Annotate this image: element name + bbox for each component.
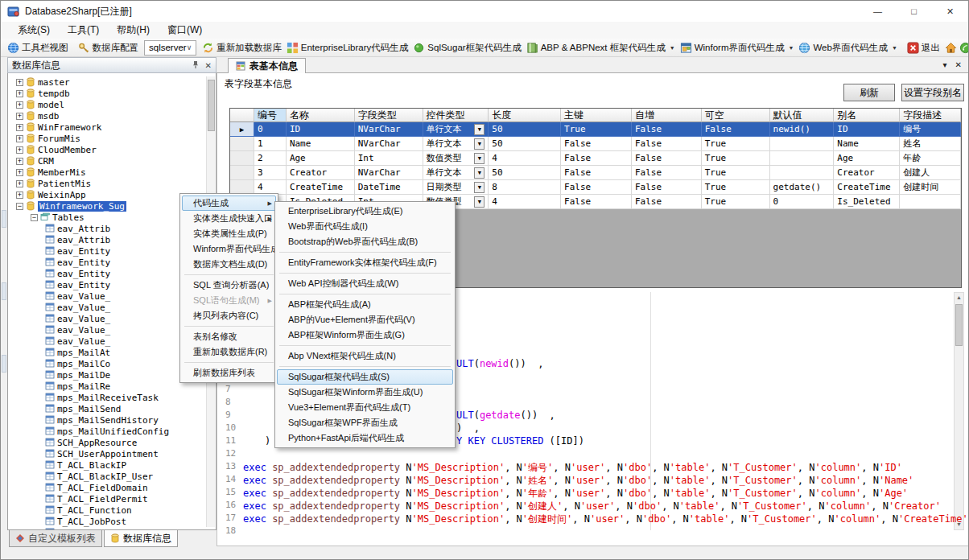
grid-cell[interactable]: 创建人 (900, 166, 961, 180)
hidden-panel-tab[interactable] (2, 355, 6, 373)
menu-item[interactable]: Python+FastApi后端代码生成 (277, 430, 453, 446)
exit-button[interactable]: 退出 (905, 39, 942, 56)
grid-cell[interactable]: 50 (489, 137, 561, 151)
reload-db-button[interactable]: 重新加载数据库 (200, 39, 284, 56)
tree-item[interactable]: mps_MailReceiveTask (8, 392, 216, 403)
set-field-alias-button[interactable]: 设置字段别名 (901, 84, 964, 101)
menu-item[interactable]: 重新加载数据库(R) (182, 344, 276, 360)
grid-cell[interactable]: False (561, 180, 632, 195)
tab-list-dropdown-icon[interactable]: ▾ (943, 60, 947, 69)
combo-dropdown-icon[interactable]: ▼ (474, 182, 484, 193)
row-selector-cell[interactable]: ▶ (230, 122, 254, 137)
expand-icon[interactable]: + (16, 169, 23, 176)
grid-header-cell[interactable]: 编号 (254, 109, 287, 122)
menu-item[interactable]: 数据库文档生成(D) (182, 257, 276, 272)
grid-cell[interactable]: 8 (489, 180, 561, 195)
combo-dropdown-icon[interactable]: ▼ (474, 153, 484, 164)
home-icon[interactable] (945, 42, 957, 54)
dropdown-arrow-icon[interactable]: ▼ (892, 45, 897, 51)
grid-cell[interactable]: 0 (770, 195, 835, 209)
grid-header-cell[interactable]: 主键 (561, 109, 632, 122)
maximize-button[interactable]: □ (896, 1, 932, 22)
grid-cell[interactable]: 0 (254, 122, 287, 137)
menu-item[interactable]: 拷贝列表内容(C) (182, 308, 276, 323)
menu-item[interactable]: Winform界面代码生成(W) (182, 241, 276, 257)
tree-item[interactable]: T_ACL_BlackIP_User (8, 471, 216, 482)
grid-cell[interactable]: Is_Deleted (834, 195, 900, 209)
grid-header-cell[interactable]: 控件类型 (423, 109, 489, 122)
grid-cell[interactable]: 年龄 (900, 151, 961, 166)
feed-icon[interactable] (959, 42, 969, 54)
grid-cell[interactable]: 3 (254, 166, 287, 180)
scroll-up-icon[interactable]: ▲ (955, 293, 963, 303)
grid-cell[interactable]: 2 (254, 151, 287, 166)
grid-cell[interactable] (770, 137, 835, 151)
grid-cell[interactable]: True (702, 180, 770, 195)
grid-cell[interactable]: Name (287, 137, 355, 151)
tree-item[interactable]: +WinFramework (8, 121, 216, 133)
menubar-item[interactable]: 帮助(H) (108, 22, 159, 39)
collapse-icon[interactable]: − (16, 203, 23, 210)
scrollbar-thumb[interactable] (208, 80, 215, 131)
tree-item[interactable]: +master (8, 76, 216, 88)
grid-cell[interactable]: 单行文本▼ (423, 122, 489, 137)
expand-icon[interactable]: + (16, 113, 23, 120)
menu-item[interactable]: Web API控制器代码生成(W) (277, 276, 453, 291)
grid-header-cell[interactable]: 别名 (834, 109, 900, 122)
grid-cell[interactable] (770, 151, 835, 166)
menu-item[interactable]: SQL 查询分析器(A) (182, 278, 276, 293)
tree-item[interactable]: T_ACL_Function (8, 504, 216, 516)
grid-cell[interactable]: True (702, 151, 770, 166)
grid-cell[interactable]: NVarChar (355, 137, 423, 151)
grid-cell[interactable]: 4 (489, 195, 561, 209)
menu-item[interactable]: SqlSugar框架代码生成(S) (277, 369, 453, 385)
grid-cell[interactable]: False (561, 151, 632, 166)
abp-codegen-button[interactable]: ABP & ABPNext 框架代码生成 ▼ (524, 39, 678, 56)
menu-item[interactable]: EnterpriseLibrary代码生成(E) (277, 204, 453, 219)
expand-icon[interactable]: + (16, 79, 23, 86)
menu-item[interactable]: SqlSugar框架Winform界面生成(U) (277, 385, 453, 400)
minimize-button[interactable]: — (860, 1, 896, 22)
grid-cell[interactable]: False (632, 122, 702, 137)
tree-item[interactable]: +tempdb (8, 88, 216, 99)
menu-item[interactable]: Web界面代码生成(I) (277, 219, 453, 234)
menu-item[interactable]: 代码生成▶ (182, 196, 276, 211)
hidden-panel-tab[interactable] (2, 282, 6, 300)
grid-header-cell[interactable]: 自增 (632, 109, 702, 122)
tree-item[interactable]: SCH_UserAppointment (8, 448, 216, 459)
dropdown-arrow-icon[interactable]: ▼ (670, 45, 675, 51)
table-row[interactable]: 1NameNVarChar单行文本▼50FalseFalseTrueName姓名 (230, 137, 961, 151)
row-selector-cell[interactable] (230, 151, 254, 166)
scrollbar-thumb[interactable] (955, 304, 963, 346)
grid-header-cell[interactable]: 字段类型 (355, 109, 423, 122)
grid-cell[interactable]: newid() (770, 122, 835, 137)
grid-cell[interactable]: True (702, 166, 770, 180)
table-row[interactable]: 2AgeInt数值类型▼4FalseFalseTrueAge年龄 (230, 151, 961, 166)
tree-item[interactable]: +MemberMis (8, 167, 216, 178)
db-config-button[interactable]: 数据库配置 (76, 39, 142, 56)
grid-header-cell[interactable]: 字段描述 (900, 109, 961, 122)
grid-cell[interactable]: 4 (489, 151, 561, 166)
menu-item[interactable]: Bootstrap的Web界面代码生成(B) (277, 234, 453, 249)
grid-cell[interactable]: True (561, 122, 632, 137)
table-row[interactable]: 4CreateTimeDateTime日期类型▼8FalseFalseTrueg… (230, 180, 961, 195)
tab-custom-template-list[interactable]: 自定义模板列表 (9, 530, 102, 547)
grid-cell[interactable]: False (561, 166, 632, 180)
grid-cell[interactable]: 单行文本▼ (423, 137, 489, 151)
grid-cell[interactable]: False (632, 195, 702, 209)
grid-cell[interactable]: False (632, 166, 702, 180)
grid-cell[interactable]: Int (355, 151, 423, 166)
menu-item[interactable]: SqlSugar框架WPF界面生成 (277, 415, 453, 430)
combo-dropdown-icon[interactable]: ▼ (474, 167, 484, 179)
grid-cell[interactable]: Creator (287, 166, 355, 180)
toolbar-view-button[interactable]: 工具栏视图 (5, 39, 71, 56)
expand-icon[interactable]: + (16, 191, 23, 199)
expand-icon[interactable]: + (16, 146, 23, 154)
tree-item[interactable]: SCH_AppResource (8, 437, 216, 448)
menu-item[interactable]: ABP的Vue+Element界面代码(V) (277, 312, 453, 327)
menu-item[interactable]: 表别名修改 (182, 329, 276, 344)
tab-database-info[interactable]: 数据库信息 (104, 530, 178, 547)
grid-cell[interactable]: False (632, 151, 702, 166)
grid-cell[interactable]: NVarChar (355, 122, 423, 137)
menu-item[interactable]: Abp VNext框架代码生成(N) (277, 348, 453, 364)
